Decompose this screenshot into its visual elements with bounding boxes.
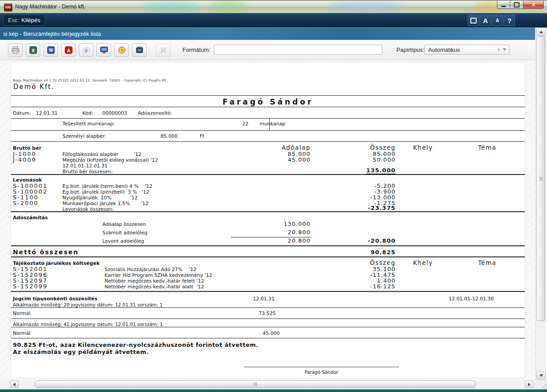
thumb-grip (539, 179, 543, 179)
thumb-grip (539, 180, 543, 180)
thumb-grip (256, 382, 257, 386)
taxcalc-amount: -20.800 (338, 237, 396, 244)
code-value: 00000003 (102, 110, 127, 116)
horizontal-scroll-thumb[interactable] (35, 380, 476, 388)
rule (11, 130, 525, 131)
thumb-grip (254, 382, 254, 386)
infocost-amount: -16.125 (338, 283, 396, 290)
wage-row-desc: Főfoglalkozású alapbér '12 (62, 151, 141, 157)
archive-button[interactable] (132, 43, 147, 57)
deduction-code: S-2000 (13, 200, 39, 206)
column-header-taxbase: Adóalap (253, 144, 310, 151)
maximize-button[interactable] (510, 1, 523, 9)
exit-label: Kilépés (21, 17, 40, 23)
taxcalc-value: 130.000 (253, 221, 310, 227)
rule (11, 107, 525, 107)
chevron-down-icon (503, 48, 506, 51)
signature-line (244, 367, 399, 367)
close-button[interactable]: ✕ (523, 1, 544, 9)
horizontal-scrollbar[interactable] (0, 380, 535, 389)
rule (11, 211, 525, 212)
wage-row-code: J-4000 (13, 156, 36, 163)
summary-group-value: 45.000 (263, 330, 280, 336)
deduction-desc: Eg.bizt. járulék (pénzbeli) 3 % '12 (62, 189, 149, 195)
gross-total-value: 135.000 (338, 167, 396, 174)
exit-menu-item[interactable]: Esc: Kilépés (3, 15, 45, 26)
archive-box-icon (136, 46, 144, 54)
vertical-scroll-thumb[interactable] (536, 36, 545, 321)
font-increase-button[interactable]: A (480, 15, 491, 26)
print-button[interactable] (8, 43, 23, 57)
tax-id-label: Adóazonosító: (138, 110, 172, 116)
net-total-label: Nettó összesen (13, 248, 79, 256)
word-icon: W (47, 46, 55, 54)
summary-group-header: Alkalmazás minőség: 41 jogviszony dátum:… (13, 322, 163, 327)
rule (11, 174, 525, 175)
svg-text:e: e (85, 47, 87, 54)
window-title: Nagy Machinátor - Demó kft. (15, 4, 85, 10)
minimize-button[interactable] (497, 1, 510, 9)
send-outlook-button[interactable] (114, 43, 129, 57)
document-page: Nagy Machinátor v9.1.70.25325 2012.01.11… (11, 62, 525, 378)
format-input[interactable] (214, 45, 382, 54)
app-window: NM Nagy Machinátor - Demó kft. ✕ Esc: Ki… (0, 0, 547, 392)
summary-period: 12.01.01-12.01.30 (449, 296, 494, 302)
code-label: Kód: (82, 110, 93, 116)
scroll-up-button[interactable] (536, 28, 546, 36)
receipt-statement-line1: 90.825 Ft-ot, azaz Kilencvenezer-nyolcsz… (13, 342, 259, 348)
export-word-button[interactable]: W (43, 43, 58, 57)
scroll-left-button[interactable] (10, 380, 19, 388)
view-screen-button[interactable] (97, 43, 111, 57)
rule (11, 118, 525, 119)
paper-type-dropdown[interactable]: Automatikus (424, 45, 509, 54)
deduction-desc: Munkaerőpiaci járulék 1,5% '12 (62, 201, 148, 206)
summary-group-header: Alkalmazás minőség: 20 jogviszony dátum:… (13, 302, 163, 307)
thumb-grip (255, 382, 256, 386)
app-version-line: Nagy Machinátor v9.1.70.25325 2012.01.11… (13, 78, 168, 82)
wage-row-taxbase: 45.000 (253, 156, 310, 163)
deductions-total-value: -23.375 (338, 205, 396, 211)
preview-header: si kép - Bérszámfejtés bérjegyzék lista (0, 27, 535, 40)
rule (11, 338, 525, 338)
workdays-value: 22 (204, 121, 248, 127)
deduction-desc: Nyugdíjjárulék 10% '12 (62, 195, 138, 201)
svg-text:X: X (31, 48, 35, 53)
spinner-icon (497, 49, 500, 51)
help-button[interactable]: ? (504, 15, 515, 26)
arrow-down-icon (539, 374, 543, 377)
title-bar: NM Nagy Machinátor - Demó kft. ✕ (0, 0, 547, 13)
workdays-unit: munkanap (260, 121, 285, 127)
column-header-costcenter: Khely (401, 144, 445, 151)
rule (11, 318, 525, 319)
large-a-icon: A (483, 17, 488, 24)
column-header-amount: Összeg (338, 144, 396, 151)
scroll-right-button[interactable] (525, 380, 534, 388)
menu-bar: Esc: Kilépés A A ? (0, 13, 547, 27)
base-wage-label: Személyi alapbér: (62, 133, 106, 139)
rule (11, 307, 525, 308)
infocost-desc: Karrier Híd Program SZHA kedvezemény '12 (105, 272, 212, 278)
company-name: Demó Kft. (13, 83, 54, 91)
taxcalc-value: 20.800 (253, 237, 310, 244)
employee-name: Faragó Sándor (11, 97, 525, 106)
restore-view-button[interactable] (468, 15, 479, 26)
minimize-icon (501, 6, 506, 7)
tools-button[interactable] (156, 43, 171, 57)
app-logo-icon: NM (4, 4, 12, 12)
column-header-topic: Téma (465, 144, 509, 151)
font-decrease-button[interactable]: A (492, 15, 503, 26)
printer-icon (11, 46, 20, 54)
taxcalc-label: Levont adóelőleg (102, 238, 144, 244)
close-icon: ✕ (531, 2, 535, 8)
toolbar: X W A e Formátum: Papírtípus: Automatiku… (0, 40, 547, 60)
rule (11, 256, 525, 257)
open-browser-button[interactable]: e (79, 43, 93, 57)
export-pdf-button[interactable]: A (61, 43, 76, 57)
resize-grip[interactable] (535, 380, 547, 389)
rule (11, 327, 525, 327)
export-excel-button[interactable]: X (26, 43, 40, 57)
scroll-down-button[interactable] (536, 372, 546, 380)
glass-reflection (142, 1, 199, 13)
internet-explorer-icon: e (82, 46, 90, 54)
vertical-scrollbar[interactable] (535, 27, 546, 380)
